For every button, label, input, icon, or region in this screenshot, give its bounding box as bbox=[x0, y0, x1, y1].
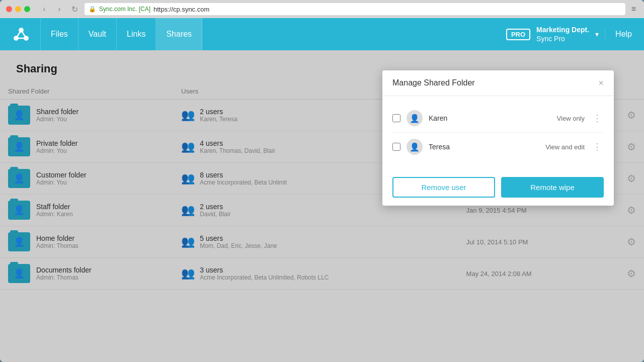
user-more-button-1[interactable]: ⋮ bbox=[591, 141, 604, 152]
account-info: Marketing Dept. Sync Pro bbox=[536, 25, 589, 43]
address-bar[interactable]: 🔒 Sync.com Inc. [CA] https://cp.sync.com bbox=[85, 3, 625, 15]
reload-button[interactable]: ↻ bbox=[68, 3, 80, 15]
manage-folder-modal: Manage Shared Folder × 👤 Karen View only… bbox=[382, 70, 614, 206]
folder-person-icon: 👤 bbox=[14, 173, 25, 184]
svg-line-3 bbox=[16, 30, 21, 38]
account-name: Marketing Dept. bbox=[536, 25, 589, 34]
modal-close-button[interactable]: × bbox=[598, 78, 604, 87]
user-permission-1: View and edit bbox=[545, 143, 585, 151]
user-avatar-1: 👤 bbox=[407, 139, 423, 155]
account-chevron-icon[interactable]: ▾ bbox=[595, 30, 599, 38]
header-right: PRO Marketing Dept. Sync Pro ▾ Help bbox=[506, 25, 632, 43]
user-checkbox-0[interactable] bbox=[392, 114, 400, 122]
maximize-button[interactable] bbox=[24, 6, 30, 12]
remove-user-button[interactable]: Remove user bbox=[392, 177, 495, 198]
user-permission-0: View only bbox=[557, 115, 585, 122]
modal-title: Manage Shared Folder bbox=[392, 78, 475, 87]
browser-titlebar: ‹ › ↻ 🔒 Sync.com Inc. [CA] https://cp.sy… bbox=[0, 0, 644, 18]
nav-links[interactable]: Links bbox=[117, 18, 156, 50]
modal-footer: Remove user Remote wipe bbox=[382, 169, 614, 206]
modal-user-row: 👤 Karen View only ⋮ bbox=[392, 104, 604, 133]
user-checkbox-1[interactable] bbox=[392, 143, 400, 151]
help-link[interactable]: Help bbox=[605, 30, 632, 39]
folder-person-icon: 👤 bbox=[14, 205, 25, 216]
nav-shares[interactable]: Shares bbox=[156, 18, 202, 50]
traffic-lights bbox=[6, 6, 30, 12]
browser-nav: ‹ › ↻ bbox=[38, 3, 80, 15]
folder-person-icon: 👤 bbox=[14, 110, 25, 121]
svg-line-4 bbox=[21, 30, 26, 38]
modal-header: Manage Shared Folder × bbox=[382, 70, 614, 96]
folder-person-icon: 👤 bbox=[14, 236, 25, 247]
modal-body: 👤 Karen View only ⋮ 👤 Teresa View and ed… bbox=[382, 96, 614, 169]
remote-wipe-button[interactable]: Remote wipe bbox=[501, 177, 604, 198]
logo-icon bbox=[12, 25, 30, 43]
forward-button[interactable]: › bbox=[53, 3, 65, 15]
pro-badge: PRO bbox=[506, 29, 530, 40]
user-more-button-0[interactable]: ⋮ bbox=[591, 113, 604, 124]
modal-overlay: Manage Shared Folder × 👤 Karen View only… bbox=[0, 50, 644, 362]
browser-window: ‹ › ↻ 🔒 Sync.com Inc. [CA] https://cp.sy… bbox=[0, 0, 644, 362]
folder-person-icon: 👤 bbox=[14, 141, 25, 152]
folder-person-icon: 👤 bbox=[14, 268, 25, 279]
close-button[interactable] bbox=[6, 6, 12, 12]
modal-user-row: 👤 Teresa View and edit ⋮ bbox=[392, 133, 604, 161]
browser-menu-button[interactable]: ≡ bbox=[629, 5, 638, 14]
user-avatar-0: 👤 bbox=[407, 110, 423, 126]
app-header: Files Vault Links Shares PRO Marketing D… bbox=[0, 18, 644, 50]
account-plan: Sync Pro bbox=[536, 34, 589, 43]
nav-vault[interactable]: Vault bbox=[78, 18, 117, 50]
minimize-button[interactable] bbox=[15, 6, 21, 12]
ssl-org: Sync.com Inc. [CA] bbox=[99, 6, 150, 13]
logo bbox=[12, 25, 30, 43]
main-content: Sharing Shared Folder Users 👤 bbox=[0, 50, 644, 362]
address-url: https://cp.sync.com bbox=[153, 6, 209, 13]
user-name-1: Teresa bbox=[429, 143, 539, 151]
modal-users-list: 👤 Karen View only ⋮ 👤 Teresa View and ed… bbox=[392, 104, 604, 161]
user-name-0: Karen bbox=[429, 114, 551, 122]
nav-files[interactable]: Files bbox=[40, 18, 78, 50]
back-button[interactable]: ‹ bbox=[38, 3, 50, 15]
ssl-icon: 🔒 bbox=[89, 6, 96, 13]
main-nav: Files Vault Links Shares bbox=[40, 18, 506, 50]
